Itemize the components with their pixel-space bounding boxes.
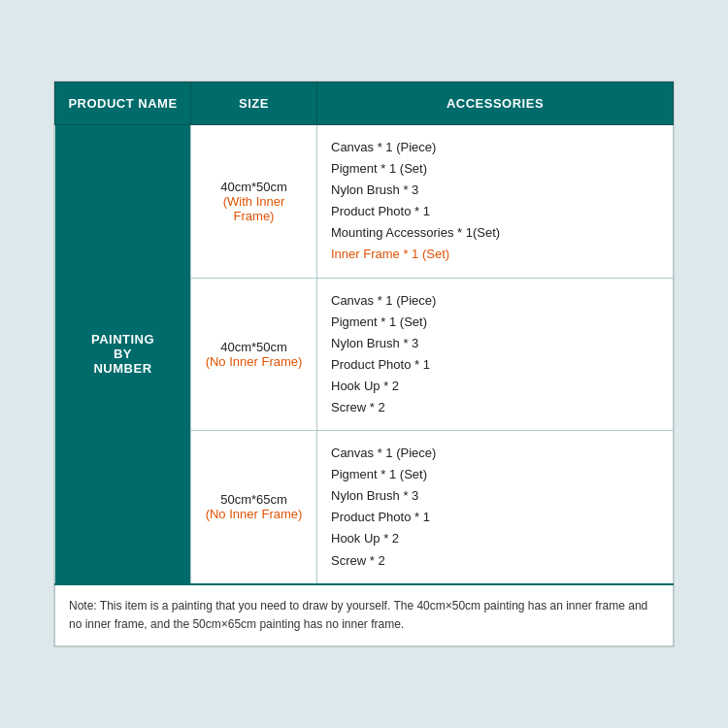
product-name-cell: PAINTINGBYNUMBER (55, 124, 191, 583)
accessory-item: Product Photo * 1 (331, 354, 659, 376)
accessory-item: Screw * 2 (331, 550, 659, 572)
accessory-item: Hook Up * 2 (331, 528, 659, 549)
accessory-item: Pigment * 1 (Set) (331, 464, 659, 485)
accessory-item: Canvas * 1 (Piece) (331, 290, 659, 312)
size-sub: (No Inner Frame) (205, 507, 303, 521)
table-row: PAINTINGBYNUMBER40cm*50cm(With Inner Fra… (55, 124, 674, 278)
accessory-item: Hook Up * 2 (331, 376, 659, 397)
accessory-item: Product Photo * 1 (331, 507, 659, 528)
header-size: SIZE (191, 82, 317, 124)
header-product-name: PRODUCT NAME (55, 82, 191, 124)
accessory-item: Nylon Brush * 3 (331, 485, 659, 507)
size-cell: 40cm*50cm(With Inner Frame) (191, 124, 317, 278)
accessories-cell: Canvas * 1 (Piece)Pigment * 1 (Set)Nylon… (317, 278, 674, 431)
product-table: PRODUCT NAME SIZE ACCESSORIES PAINTINGBY… (54, 82, 674, 646)
header-accessories: ACCESSORIES (317, 82, 674, 124)
note-text: Note: This item is a painting that you n… (55, 584, 674, 646)
accessory-item: Nylon Brush * 3 (331, 180, 659, 201)
accessory-item: Pigment * 1 (Set) (331, 312, 659, 333)
accessory-item: Product Photo * 1 (331, 201, 659, 222)
product-table-wrapper: PRODUCT NAME SIZE ACCESSORIES PAINTINGBY… (53, 81, 675, 647)
accessories-cell: Canvas * 1 (Piece)Pigment * 1 (Set)Nylon… (317, 124, 674, 278)
size-main: 40cm*50cm (205, 180, 303, 194)
note-row: Note: This item is a painting that you n… (55, 584, 674, 646)
size-main: 50cm*65cm (205, 492, 303, 507)
accessory-item: Mounting Accessories * 1(Set) (331, 222, 659, 244)
size-cell: 50cm*65cm(No Inner Frame) (191, 431, 317, 584)
accessory-item: Pigment * 1 (Set) (331, 158, 659, 180)
accessory-item: Screw * 2 (331, 397, 659, 418)
size-sub: (With Inner Frame) (205, 194, 303, 223)
accessories-cell: Canvas * 1 (Piece)Pigment * 1 (Set)Nylon… (317, 431, 674, 584)
size-cell: 40cm*50cm(No Inner Frame) (191, 278, 317, 431)
accessory-item: Inner Frame * 1 (Set) (331, 244, 659, 265)
accessory-item: Canvas * 1 (Piece) (331, 443, 659, 464)
size-sub: (No Inner Frame) (205, 354, 303, 369)
accessory-item: Canvas * 1 (Piece) (331, 137, 659, 158)
size-main: 40cm*50cm (205, 340, 303, 354)
accessory-item: Nylon Brush * 3 (331, 333, 659, 354)
